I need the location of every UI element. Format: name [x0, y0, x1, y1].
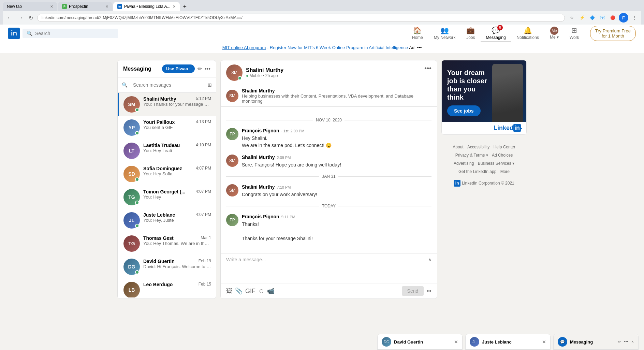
tab-close[interactable]: ✕: [173, 4, 176, 9]
message-group-shalini-1: SM Shalini Murthy 2:09 PM Sure. François…: [226, 155, 431, 169]
bottom-close-david[interactable]: ✕: [454, 339, 458, 345]
search-bar[interactable]: 🔍: [23, 29, 118, 38]
conv-name-text: David Guertin: [143, 259, 175, 264]
conversation-item-youri[interactable]: YP Youri Pailloux 4:13 PM You sent a GIF: [118, 116, 216, 139]
footer-app-link[interactable]: Get the LinkedIn app: [458, 169, 496, 174]
online-indicator: [135, 131, 139, 135]
chat-status-text: Mobile • 2h ago: [250, 73, 278, 78]
conv-avatar-wrap: DG: [123, 259, 140, 275]
tab-close[interactable]: ✕: [105, 4, 108, 9]
compose-placeholder[interactable]: Write a message...: [226, 257, 266, 262]
footer-about-link[interactable]: About: [453, 145, 463, 149]
conversation-item-laetitia[interactable]: LT Laetitia Trudeau 4:10 PM You: Hey Lea…: [118, 139, 216, 162]
tab-close[interactable]: ✕: [50, 4, 53, 9]
footer-more-link[interactable]: More: [500, 169, 510, 174]
premium-button[interactable]: Try Premium Freefor 1 Month: [590, 26, 636, 41]
browser-tab-new[interactable]: New tab ✕: [3, 2, 57, 11]
nav-notifications[interactable]: 🔔 Notifications: [511, 25, 544, 42]
ad-see-jobs-button[interactable]: See jobs: [447, 105, 481, 116]
emoji-icon[interactable]: ☺: [258, 288, 264, 295]
messaging-header: Messaging Use Piwaa ! ✏ •••: [118, 60, 216, 77]
back-button[interactable]: ←: [5, 14, 14, 21]
conversation-item-leo[interactable]: LB Leo Berdugo Feb 15: [118, 278, 216, 297]
bottom-chat-messaging: 💬 Messaging ✏ ••• ∧: [553, 334, 639, 347]
browser-profile[interactable]: F: [619, 13, 628, 23]
conversation-item-juste[interactable]: JL Juste Leblanc 4:07 PM You: Hey, Juste: [118, 209, 216, 232]
ad-tagline-text: Your dreamjob is closerthan youthink: [447, 69, 487, 101]
footer-adchoices-link[interactable]: Ad Choices: [492, 153, 513, 158]
ad-link[interactable]: MIT online AI program: [222, 45, 266, 50]
conv-avatar-wrap: LB: [123, 282, 140, 297]
online-icon: ●: [246, 73, 248, 78]
ad-banner: MIT online AI program - Register Now for…: [0, 42, 644, 53]
ad-more-icon[interactable]: •••: [417, 45, 422, 50]
footer-advertising-link[interactable]: Advertising: [454, 161, 474, 166]
search-input[interactable]: [35, 31, 114, 36]
bottom-messaging-edit[interactable]: ✏: [618, 339, 621, 344]
conv-preview: You: Hey: [143, 194, 211, 200]
reload-button[interactable]: ↻: [27, 14, 34, 22]
footer-accessibility-link[interactable]: Accessibility: [467, 145, 489, 149]
linkedin-logo[interactable]: in: [8, 28, 20, 39]
nav-me[interactable]: Me Me ▾: [544, 25, 564, 42]
send-button[interactable]: Send: [402, 286, 424, 296]
extension-button-3[interactable]: 📧: [598, 14, 606, 22]
attach-file-icon[interactable]: 📎: [235, 287, 243, 295]
footer-privacy-link[interactable]: Privacy & Terms ▾: [455, 153, 488, 158]
conv-name-text: Laetitia Trudeau: [143, 143, 180, 148]
nav-messaging[interactable]: 💬 8 Messaging: [481, 25, 511, 42]
compose-icon[interactable]: ✏: [197, 65, 202, 72]
extension-button[interactable]: ⚡: [578, 14, 586, 22]
attach-image-icon[interactable]: 🖼: [226, 288, 232, 295]
bottom-chat-bars: DG David Guertin ✕ JL Juste Leblanc ✕ 💬 …: [372, 334, 644, 347]
bookmark-button[interactable]: ☆: [568, 14, 576, 22]
chat-online-dot: [238, 76, 242, 80]
compose-text-area[interactable]: [221, 266, 437, 283]
forward-button[interactable]: →: [16, 14, 25, 21]
bottom-chat-header-juste[interactable]: JL Juste Leblanc ✕: [466, 334, 550, 347]
bottom-messaging-expand[interactable]: ∧: [631, 339, 634, 344]
nav-work[interactable]: ⊞ Work: [564, 25, 585, 42]
bottom-name-messaging: Messaging: [570, 339, 615, 345]
footer-help-link[interactable]: Help Center: [494, 145, 515, 149]
more-compose-icon[interactable]: •••: [426, 288, 431, 294]
conversation-item-toinon[interactable]: TG Toinon Georget (... 4:07 PM You: Hey: [118, 186, 216, 209]
messaging-panel: Messaging Use Piwaa ! ✏ ••• 🔍 ⊞ SM: [117, 60, 216, 299]
msg-sender-name: François Pignon: [242, 214, 279, 219]
video-icon[interactable]: 📹: [267, 287, 275, 295]
browser-tab-prospectin[interactable]: P Prospectin ✕: [58, 2, 113, 11]
extension-button-4[interactable]: 🔴: [609, 14, 617, 22]
linkedin-badge-bottom: Linkedin .: [442, 122, 526, 134]
use-piwaa-button[interactable]: Use Piwaa !: [162, 64, 195, 73]
bottom-messaging-more[interactable]: •••: [624, 339, 628, 344]
conv-avatar-wrap: TG: [123, 189, 140, 205]
browser-tab-linkedin[interactable]: in Piwaa • Blessing Lola A... ✕: [113, 2, 180, 11]
search-messages-input[interactable]: [130, 80, 205, 90]
compose-expand-icon[interactable]: ∧: [428, 257, 431, 262]
menu-button[interactable]: ⋮: [630, 14, 639, 22]
bottom-chat-header-messaging[interactable]: 💬 Messaging ✏ ••• ∧: [554, 334, 638, 347]
ad-cta-link[interactable]: Register Now for MIT's 6 Week Online Pro…: [270, 45, 408, 50]
bottom-close-juste[interactable]: ✕: [542, 339, 546, 345]
conv-name-text: Sofia Dominguez: [143, 166, 182, 171]
chat-more-button[interactable]: •••: [424, 64, 431, 72]
conversation-item-sofia[interactable]: SD Sofia Dominguez 4:07 PM You: Hey Sofi…: [118, 162, 216, 186]
gif-icon[interactable]: GIF: [245, 288, 255, 295]
footer-business-link[interactable]: Business Services ▾: [478, 161, 514, 166]
compose-bottom-toolbar: 🖼 📎 GIF ☺ 📹 Send •••: [221, 283, 437, 298]
address-bar[interactable]: linkedin.com/messaging/thread/2-MjE0ZWQ4…: [37, 14, 565, 22]
conversation-item-shalini[interactable]: SM Shalini Murthy 5:12 PM You: Thanks fo…: [118, 93, 216, 116]
filter-icon[interactable]: ⊞: [208, 82, 212, 88]
msg-content: Shalini Murthy 2:09 PM Sure. François! H…: [242, 155, 431, 169]
msg-avatar-shalini-2: SM: [226, 184, 238, 196]
messaging-more-icon[interactable]: •••: [205, 66, 210, 72]
conversation-item-david[interactable]: DG David Guertin Feb 19 David: Hi Franço…: [118, 255, 216, 278]
nav-home[interactable]: 🏠 Home: [407, 25, 428, 42]
nav-jobs[interactable]: 💼 Jobs: [461, 25, 480, 42]
bottom-chat-header-david[interactable]: DG David Guertin ✕: [378, 334, 462, 347]
conversation-item-thomas[interactable]: TG Thomas Gest Mar 1 You: Hey Thomas. We…: [118, 232, 216, 255]
nav-network[interactable]: 👥 My Network: [428, 25, 461, 42]
extension-button-2[interactable]: 🔷: [588, 14, 596, 22]
conv-name: Juste Leblanc 4:07 PM: [143, 212, 211, 218]
new-tab-button[interactable]: +: [180, 2, 190, 11]
